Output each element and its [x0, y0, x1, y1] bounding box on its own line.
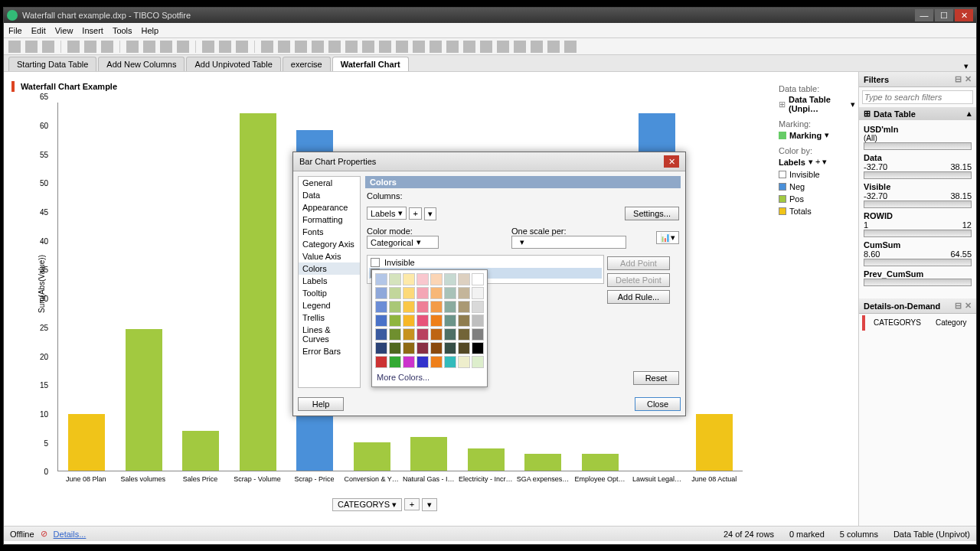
dialog-nav-formatting[interactable]: Formatting	[299, 214, 360, 226]
color-swatch[interactable]	[416, 315, 429, 327]
dialog-nav-colors[interactable]: Colors	[299, 262, 360, 275]
bar[interactable]	[68, 414, 105, 471]
toolbar-icon-3[interactable]	[67, 41, 80, 53]
color-swatch[interactable]	[403, 356, 415, 368]
toolbar-icon-11[interactable]	[219, 41, 231, 53]
tab-exercise[interactable]: exercise	[283, 57, 331, 71]
toolbar-icon-4[interactable]	[84, 41, 96, 53]
color-swatch[interactable]	[458, 328, 470, 341]
color-swatch[interactable]	[444, 342, 456, 354]
toolbar-icon-22[interactable]	[413, 41, 425, 53]
x-axis-add[interactable]: +	[404, 498, 420, 510]
dod-col-1[interactable]: Category	[929, 317, 973, 328]
bar[interactable]	[582, 454, 619, 471]
color-swatch[interactable]	[458, 315, 470, 327]
toolbar-icon-29[interactable]	[531, 41, 543, 53]
color-swatch[interactable]	[416, 328, 429, 341]
toolbar-icon-8[interactable]	[160, 41, 172, 53]
close-dialog-button[interactable]: Close	[635, 397, 681, 411]
color-swatch[interactable]	[444, 356, 456, 368]
color-swatch[interactable]	[472, 315, 484, 327]
toolbar-icon-6[interactable]	[126, 41, 139, 53]
color-swatch[interactable]	[389, 287, 401, 299]
toolbar-icon-1[interactable]	[25, 41, 38, 53]
columns-menu[interactable]: ▾	[424, 207, 436, 220]
color-swatch[interactable]	[458, 273, 470, 285]
help-button[interactable]: Help	[298, 397, 344, 411]
color-swatch[interactable]	[444, 287, 456, 299]
bar[interactable]	[410, 437, 447, 471]
filters-close-icon[interactable]: ✕	[965, 74, 972, 83]
color-swatch[interactable]	[416, 356, 429, 368]
color-mode-dropdown[interactable]: Categorical ▾	[367, 236, 439, 249]
menu-insert[interactable]: Insert	[82, 26, 103, 35]
color-swatch[interactable]	[375, 342, 387, 354]
color-swatch[interactable]	[389, 328, 401, 341]
bar[interactable]	[524, 454, 561, 471]
menu-help[interactable]: Help	[142, 26, 159, 35]
tab-add-new-columns[interactable]: Add New Columns	[98, 57, 185, 71]
color-swatch[interactable]	[430, 315, 443, 327]
color-swatch[interactable]	[375, 356, 387, 368]
maximize-button[interactable]: ☐	[935, 9, 953, 21]
color-swatch[interactable]	[416, 273, 429, 285]
color-swatch[interactable]	[389, 301, 401, 313]
color-swatch[interactable]	[403, 328, 415, 341]
dialog-nav-labels[interactable]: Labels	[299, 275, 360, 287]
dialog-nav-fonts[interactable]: Fonts	[299, 226, 360, 238]
toolbar-icon-26[interactable]	[480, 41, 492, 53]
bar[interactable]	[126, 329, 162, 471]
color-swatch[interactable]	[389, 356, 401, 368]
color-swatch[interactable]	[430, 287, 443, 299]
color-swatch[interactable]	[375, 273, 387, 285]
toolbar-icon-7[interactable]	[143, 41, 155, 53]
bar[interactable]	[696, 414, 733, 471]
toolbar-icon-25[interactable]	[463, 41, 475, 53]
color-swatch[interactable]	[430, 273, 443, 285]
menu-view[interactable]: View	[55, 26, 74, 35]
minimize-button[interactable]: —	[915, 9, 933, 21]
legend-item[interactable]: Invisible	[779, 168, 855, 181]
toolbar-icon-17[interactable]	[328, 41, 341, 53]
filter-search-input[interactable]	[862, 90, 973, 104]
add-rule-button[interactable]: Add Rule...	[607, 290, 670, 304]
toolbar-icon-13[interactable]	[261, 41, 273, 53]
toolbar-icon-2[interactable]	[42, 41, 54, 53]
color-swatch[interactable]	[472, 356, 484, 368]
one-scale-dropdown[interactable]: ▾	[511, 236, 626, 249]
color-swatch[interactable]	[403, 342, 415, 354]
color-swatch[interactable]	[375, 301, 387, 313]
color-swatch[interactable]	[416, 342, 429, 354]
tab-add-unpivoted-table[interactable]: Add Unpivoted Table	[186, 57, 280, 71]
toolbar-icon-15[interactable]	[295, 41, 307, 53]
filter-item[interactable]: ROWID112	[864, 211, 972, 237]
close-button[interactable]: ✕	[955, 9, 973, 21]
legend-item[interactable]: Neg	[779, 181, 855, 193]
dialog-nav-category-axis[interactable]: Category Axis	[299, 238, 360, 250]
dod-col-0[interactable]: CATEGORYS	[867, 317, 927, 328]
filter-group-header[interactable]: ⊞ Data Table ▴	[859, 107, 976, 120]
bar[interactable]	[240, 113, 276, 471]
dialog-nav-data[interactable]: Data	[299, 189, 360, 201]
color-list-item[interactable]: Invisible	[369, 257, 602, 268]
tab-waterfall-chart[interactable]: Waterfall Chart	[332, 57, 409, 71]
settings-button[interactable]: Settings...	[625, 207, 679, 220]
color-swatch[interactable]	[444, 273, 456, 285]
color-swatch[interactable]	[472, 328, 484, 341]
filter-item[interactable]: Visible-32.7038.15	[864, 182, 972, 208]
toolbar-icon-21[interactable]	[396, 41, 408, 53]
tab-overflow-icon[interactable]: ▾	[964, 61, 969, 71]
bar[interactable]	[468, 448, 505, 471]
dialog-nav-lines-curves[interactable]: Lines & Curves	[299, 324, 360, 345]
columns-dropdown[interactable]: Labels ▾	[367, 207, 407, 220]
dod-close-icon[interactable]: ✕	[965, 301, 972, 310]
color-swatch[interactable]	[416, 287, 429, 299]
toolbar-icon-12[interactable]	[236, 41, 248, 53]
color-swatch[interactable]	[472, 273, 484, 285]
toolbar-icon-9[interactable]	[177, 41, 189, 53]
color-swatch[interactable]	[430, 328, 443, 341]
legend-item[interactable]: Totals	[779, 205, 855, 217]
color-swatch[interactable]	[403, 301, 415, 313]
dialog-nav-trellis[interactable]: Trellis	[299, 311, 360, 324]
color-swatch[interactable]	[430, 356, 443, 368]
